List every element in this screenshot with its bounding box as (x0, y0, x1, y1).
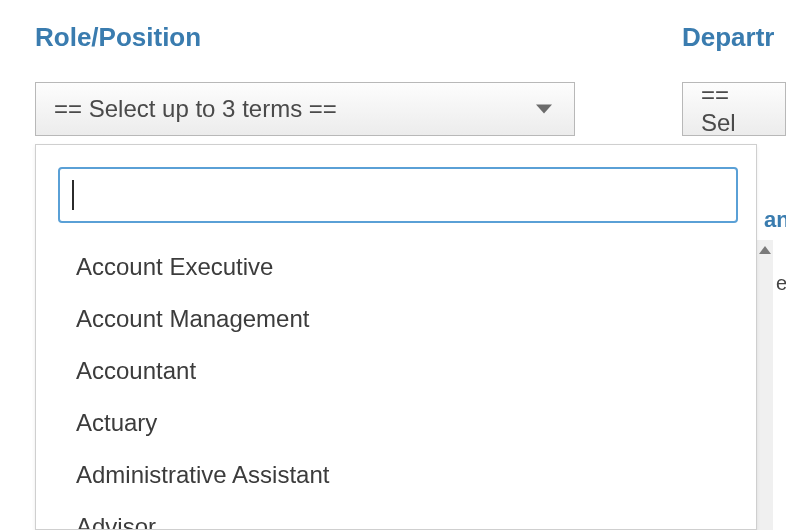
dropdown-search-box[interactable] (58, 167, 738, 223)
dropdown-option[interactable]: Account Management (76, 293, 756, 345)
truncated-text-el: el (776, 272, 786, 295)
role-dropdown-panel: Account Executive Account Management Acc… (35, 144, 757, 530)
role-position-label: Role/Position (35, 22, 201, 53)
dropdown-options-scroll[interactable]: Account Executive Account Management Acc… (36, 241, 756, 529)
dropdown-options-list: Account Executive Account Management Acc… (36, 241, 756, 529)
dropdown-option[interactable]: Administrative Assistant (76, 449, 756, 501)
truncated-text-an: an (764, 207, 786, 233)
chevron-down-icon (536, 105, 552, 114)
dropdown-option[interactable]: Account Executive (76, 241, 756, 293)
dropdown-option[interactable]: Advisor (76, 501, 756, 529)
department-label: Departr (682, 22, 774, 53)
dropdown-search-input[interactable] (74, 182, 724, 208)
page-scrollbar[interactable] (755, 240, 773, 530)
dropdown-option[interactable]: Accountant (76, 345, 756, 397)
dept-select-placeholder: == Sel (701, 81, 767, 137)
role-select-placeholder: == Select up to 3 terms == (54, 95, 337, 123)
department-select[interactable]: == Sel (682, 82, 786, 136)
dropdown-option[interactable]: Actuary (76, 397, 756, 449)
scroll-up-arrow-icon (759, 246, 771, 254)
role-position-select[interactable]: == Select up to 3 terms == (35, 82, 575, 136)
